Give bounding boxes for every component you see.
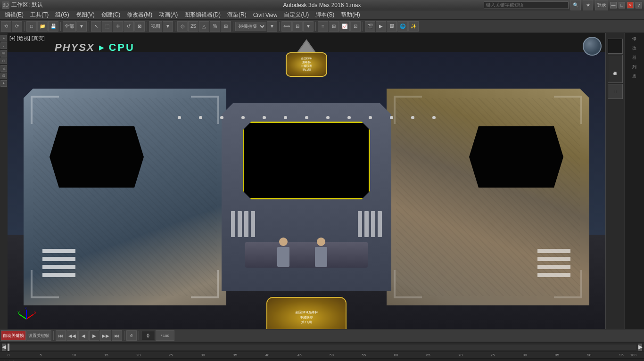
sep1 xyxy=(24,22,25,31)
corner-bl-right xyxy=(394,270,422,298)
anim-key-btn[interactable]: 自动关键帧 xyxy=(1,330,26,341)
render-btn[interactable]: ▶ xyxy=(376,21,386,32)
snap-btn[interactable]: 2S xyxy=(188,21,198,32)
anim-play-end[interactable]: ⏭ xyxy=(112,330,122,341)
dope-sheet-btn[interactable]: ⊡ xyxy=(350,21,361,32)
frame-track[interactable] xyxy=(8,345,636,350)
ref-coord-btn[interactable]: 视图 xyxy=(149,21,162,32)
menu-create[interactable]: 创建(C) xyxy=(99,10,124,19)
left-tb-7[interactable]: ✦ xyxy=(0,80,7,87)
menu-graph-editor[interactable]: 图形编辑器(D) xyxy=(182,10,223,19)
tick-40: 40 xyxy=(265,353,269,357)
undo-btn[interactable]: ⟲ xyxy=(1,21,11,32)
slider-right-arrow[interactable]: ▶ xyxy=(638,344,642,351)
left-tb-6[interactable]: ⊡ xyxy=(0,73,7,79)
menu-script[interactable]: 脚本(S) xyxy=(313,10,337,19)
render-frame-btn[interactable]: 🖼 xyxy=(387,21,397,32)
anim-next-key[interactable]: ▶▶ xyxy=(100,330,111,341)
menu-modifier[interactable]: 修改器(M) xyxy=(124,10,155,19)
select-region-btn[interactable]: ⬚ xyxy=(102,21,112,32)
tick-25: 25 xyxy=(169,353,173,357)
svg-text:Y: Y xyxy=(17,311,20,315)
title-left: 3D 工作区: 默认 xyxy=(2,1,43,9)
frame-input[interactable] xyxy=(141,331,155,340)
right-panel-modifier-btn[interactable]: 修改器列表 xyxy=(608,55,623,83)
ref-coord-arrow[interactable]: ▼ xyxy=(163,21,173,32)
redo-btn[interactable]: ⟳ xyxy=(12,21,22,32)
open-btn[interactable]: 📁 xyxy=(37,21,48,32)
main-viewport[interactable]: [+] [透视] [真实] PHYSX ► CPU xyxy=(8,33,605,329)
curve-editor-btn[interactable]: 📈 xyxy=(339,21,350,32)
left-tb-2[interactable]: - xyxy=(0,42,7,49)
menu-civil-view[interactable]: Civil View xyxy=(250,11,281,19)
menu-tools[interactable]: 工具(T) xyxy=(27,10,51,19)
selection-filter-arrow[interactable]: ▼ xyxy=(76,21,87,32)
save-btn[interactable]: 💾 xyxy=(48,21,58,32)
bottom-badge-text: 全国BFH巅峰杯中超联赛第11期 xyxy=(295,310,318,325)
collision-filter-select[interactable]: 碰撞拾集 xyxy=(235,22,266,31)
minimize-button[interactable]: — xyxy=(610,2,617,8)
tick-85: 85 xyxy=(555,353,559,357)
anim-prev-key[interactable]: ◀◀ xyxy=(66,330,78,341)
pivot-btn[interactable]: ◎ xyxy=(177,21,188,32)
render-env-btn[interactable]: 🌐 xyxy=(397,21,408,32)
right-panel-pause-btn[interactable]: ⏸ xyxy=(608,84,623,99)
right-panel-color-swatch[interactable] xyxy=(608,39,623,54)
help-button[interactable]: ? xyxy=(636,2,642,8)
anim-play-begin[interactable]: ⏮ xyxy=(56,330,66,341)
pct-snap-btn[interactable]: % xyxy=(210,21,220,32)
sep4 xyxy=(147,22,147,31)
corner-br-left xyxy=(191,270,219,298)
menu-edit[interactable]: 编辑(E) xyxy=(2,10,26,19)
dot-12 xyxy=(411,116,414,119)
left-tb-3[interactable]: ⊞ xyxy=(0,50,7,57)
selection-filter[interactable]: 全部 xyxy=(63,21,76,32)
left-tb-5[interactable]: △ xyxy=(0,65,7,72)
dot-2 xyxy=(199,116,202,119)
dot-5 xyxy=(263,116,266,119)
slider-left-arrow[interactable]: ◀ xyxy=(2,344,6,351)
figure-1-head xyxy=(279,238,288,246)
close-button[interactable]: × xyxy=(627,2,634,8)
align-options-btn[interactable]: ▼ xyxy=(303,21,314,32)
new-scene-btn[interactable]: □ xyxy=(26,21,37,32)
menu-animation[interactable]: 动画(A) xyxy=(156,10,181,19)
select-move-btn[interactable]: ✛ xyxy=(113,21,123,32)
scale-btn[interactable]: ⊠ xyxy=(134,21,145,32)
bookmark-btn[interactable]: ★ xyxy=(583,0,593,10)
search-input[interactable] xyxy=(484,1,569,9)
menu-group[interactable]: 组(G) xyxy=(52,10,72,19)
anim-play-fwd[interactable]: ▶ xyxy=(89,330,99,341)
viewport-container: + - ⊞ ◻ △ ⊡ ✦ [+] [透视] [真实] PHYSX ► CPU xyxy=(0,33,644,329)
login-btn[interactable]: 登录 xyxy=(595,0,608,10)
frame-mode-btn[interactable]: / 100 xyxy=(156,330,174,341)
tick-container xyxy=(8,345,636,350)
collision-arrow[interactable]: ▼ xyxy=(267,21,277,32)
anim-time-config[interactable]: ⏱ xyxy=(126,330,137,341)
search-icon-btn[interactable]: 🔍 xyxy=(570,0,581,10)
render-effect-btn[interactable]: ✨ xyxy=(408,21,419,32)
angle-snap-btn[interactable]: △ xyxy=(199,21,209,32)
menu-view[interactable]: 视图(V) xyxy=(73,10,98,19)
spinner-snap-btn[interactable]: ⊞ xyxy=(221,21,231,32)
app-icon: 3D xyxy=(2,1,9,9)
render-setup-btn[interactable]: 🎬 xyxy=(365,21,375,32)
schematic-btn[interactable]: ⊞ xyxy=(329,21,339,32)
maximize-button[interactable]: □ xyxy=(619,2,625,8)
left-tb-4[interactable]: ◻ xyxy=(0,57,7,64)
menu-customize[interactable]: 自定义(U) xyxy=(281,10,312,19)
far-right-label5: 表 xyxy=(626,73,643,81)
menu-render[interactable]: 渲染(R) xyxy=(224,10,249,19)
anim-play-back[interactable]: ◀ xyxy=(78,330,89,341)
corner-br-right xyxy=(554,270,582,298)
anim-set-key-btn[interactable]: 设置关键帧 xyxy=(26,330,51,341)
select-btn[interactable]: ↖ xyxy=(91,21,101,32)
layer-mgr-btn[interactable]: ≡ xyxy=(318,21,328,32)
mirror-btn[interactable]: ⟺ xyxy=(281,21,292,32)
align-btn[interactable]: ⊟ xyxy=(292,21,303,32)
rotate-btn[interactable]: ↺ xyxy=(124,21,134,32)
menu-help[interactable]: 帮助(H) xyxy=(338,10,363,19)
tick-80: 80 xyxy=(523,353,527,357)
cpu-text: CPU xyxy=(108,41,134,54)
left-tb-1[interactable]: + xyxy=(0,35,7,41)
